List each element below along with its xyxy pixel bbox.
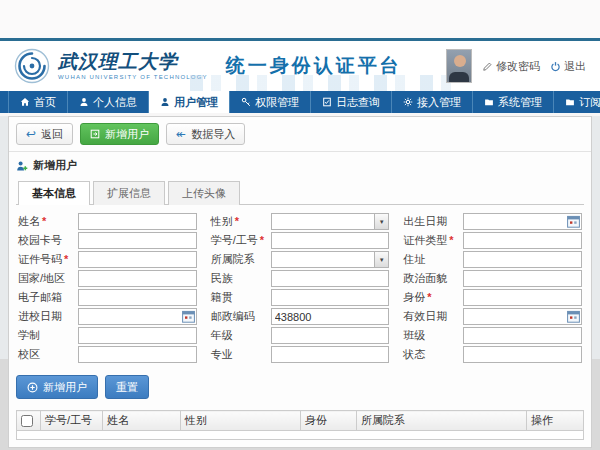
select-all-checkbox[interactable] (21, 415, 33, 427)
education-length-control (78, 327, 197, 344)
required-marker: * (260, 234, 264, 246)
id-type-input[interactable] (463, 232, 582, 249)
column-header-1: 姓名 (103, 411, 181, 431)
campus-control (78, 346, 197, 363)
ethnicity-label: 民族 (211, 271, 271, 286)
new-document-icon (90, 129, 100, 139)
name-label: 姓名* (18, 214, 78, 229)
main-nav: 首页个人信息用户管理权限管理日志查询接入管理系统管理订阅管理 (0, 91, 600, 113)
nav-item-user-management[interactable]: 用户管理 (149, 91, 230, 113)
status-input[interactable] (463, 346, 582, 363)
university-name: 武汉理工大学 (58, 52, 208, 71)
user-avatar[interactable] (446, 49, 472, 83)
add-user-icon (16, 160, 28, 172)
field-ethnicity: 民族 (211, 270, 390, 287)
country-region-input[interactable] (78, 270, 197, 287)
nav-item-profile[interactable]: 个人信息 (68, 91, 149, 113)
logout-label: 退出 (564, 59, 586, 74)
birth-date-control (463, 213, 582, 230)
nav-item-home[interactable]: 首页 (8, 91, 68, 113)
address-label: 住址 (403, 252, 463, 267)
submit-add-user-button[interactable]: 新增用户 (16, 375, 98, 399)
field-grade: 年级 (211, 327, 390, 344)
nav-item-system-management[interactable]: 系统管理 (473, 91, 554, 113)
entry-date-input[interactable] (78, 308, 197, 325)
university-name-en: WUHAN UNIVERSITY OF TECHNOLOGY (58, 74, 208, 80)
required-marker: * (427, 291, 431, 303)
folder-icon (484, 97, 494, 107)
tab-extended-info[interactable]: 扩展信息 (93, 181, 165, 205)
section-header: 新增用户 (9, 151, 591, 177)
identity-input[interactable] (463, 289, 582, 306)
student-no-input[interactable] (271, 232, 390, 249)
main-panel: ↩ 返回 新增用户 ↞ 数据导入 (8, 116, 592, 448)
department-label: 所属院系 (211, 252, 271, 267)
id-number-input[interactable] (78, 251, 197, 268)
birth-date-calendar-button[interactable] (567, 215, 580, 228)
back-button[interactable]: ↩ 返回 (16, 123, 73, 145)
id-type-control (463, 232, 582, 249)
native-place-label: 籍贯 (211, 290, 271, 305)
department-select[interactable]: ▼ (271, 251, 390, 268)
class-label: 班级 (403, 328, 463, 343)
education-length-input[interactable] (78, 327, 197, 344)
department-control: ▼ (271, 251, 390, 268)
field-major: 专业 (211, 346, 390, 363)
nav-item-label: 日志查询 (336, 95, 380, 110)
email-input[interactable] (78, 289, 197, 306)
field-education-length: 学制 (18, 327, 197, 344)
valid-date-input[interactable] (463, 308, 582, 325)
column-header-4: 所属院系 (357, 411, 527, 431)
nav-item-subscription-management[interactable]: 订阅管理 (554, 91, 600, 113)
content-area: ↩ 返回 新增用户 ↞ 数据导入 (0, 116, 600, 450)
birth-date-input[interactable] (463, 213, 582, 230)
country-region-control (78, 270, 197, 287)
required-marker: * (235, 215, 239, 227)
add-user-toolbar-button[interactable]: 新增用户 (80, 123, 159, 145)
dropdown-arrow-icon[interactable]: ▼ (374, 252, 388, 267)
nav-item-access-management[interactable]: 接入管理 (392, 91, 473, 113)
field-class: 班级 (403, 327, 582, 344)
gender-select[interactable]: ▼ (271, 213, 390, 230)
class-input[interactable] (463, 327, 582, 344)
column-header-3: 身份 (301, 411, 357, 431)
reset-button-label: 重置 (116, 380, 138, 394)
dropdown-arrow-icon[interactable]: ▼ (374, 214, 388, 229)
nav-item-label: 系统管理 (498, 95, 542, 110)
native-place-input[interactable] (271, 289, 390, 306)
nav-item-label: 个人信息 (93, 95, 137, 110)
nav-item-log-query[interactable]: 日志查询 (311, 91, 392, 113)
grade-input[interactable] (271, 327, 390, 344)
data-import-button[interactable]: ↞ 数据导入 (166, 123, 245, 145)
user-table-header-row: 学号/工号姓名性别身份所属院系操作 (17, 411, 584, 431)
tab-upload-avatar[interactable]: 上传头像 (168, 181, 240, 205)
campus-input[interactable] (78, 346, 197, 363)
field-valid-date: 有效日期 (403, 308, 582, 325)
entry-date-calendar-button[interactable] (182, 310, 195, 323)
valid-date-calendar-button[interactable] (567, 310, 580, 323)
gender-control: ▼ (271, 213, 390, 230)
id-type-label: 证件类型* (403, 233, 463, 248)
tab-basic-info[interactable]: 基本信息 (18, 181, 90, 205)
platform-title: 统一身份认证平台 (226, 53, 402, 79)
campus-card-no-input[interactable] (78, 232, 197, 249)
header-right: 修改密码 退出 (446, 49, 586, 83)
address-input[interactable] (463, 251, 582, 268)
ethnicity-input[interactable] (271, 270, 390, 287)
email-control (78, 289, 197, 306)
logout-button[interactable]: 退出 (550, 59, 586, 74)
form-tabs: 基本信息扩展信息上传头像 (16, 180, 584, 205)
change-password-button[interactable]: 修改密码 (482, 59, 540, 74)
reset-button[interactable]: 重置 (105, 375, 149, 399)
campus-card-no-control (78, 232, 197, 249)
nav-item-label: 接入管理 (417, 95, 461, 110)
circle-plus-icon (27, 382, 38, 393)
nav-item-permission-management[interactable]: 权限管理 (230, 91, 311, 113)
major-input[interactable] (271, 346, 390, 363)
power-icon (550, 61, 561, 72)
education-length-label: 学制 (18, 328, 78, 343)
name-input[interactable] (78, 213, 197, 230)
postal-code-input[interactable] (271, 308, 390, 325)
field-gender: 性别*▼ (211, 213, 390, 230)
political-status-input[interactable] (463, 270, 582, 287)
